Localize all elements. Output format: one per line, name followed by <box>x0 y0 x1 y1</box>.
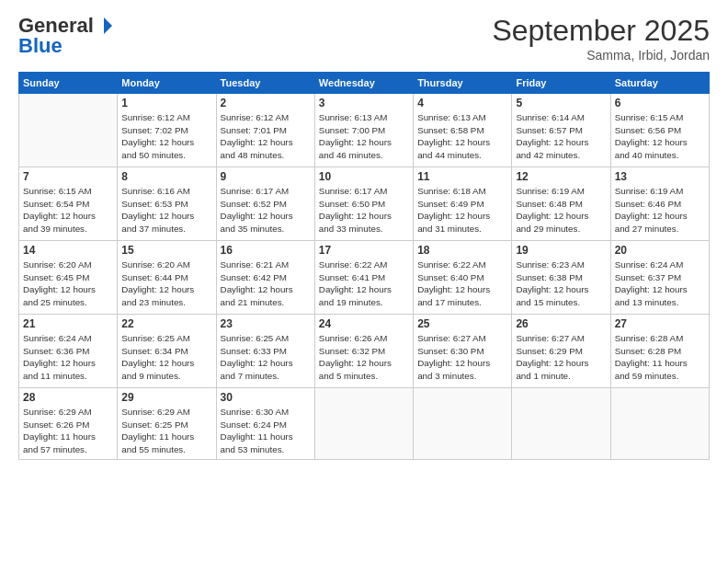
calendar-cell: 20Sunrise: 6:24 AM Sunset: 6:37 PM Dayli… <box>610 241 709 315</box>
day-number: 4 <box>417 97 507 109</box>
calendar-cell: 13Sunrise: 6:19 AM Sunset: 6:46 PM Dayli… <box>610 167 709 241</box>
day-info: Sunrise: 6:24 AM Sunset: 6:37 PM Dayligh… <box>615 259 705 309</box>
day-info: Sunrise: 6:20 AM Sunset: 6:45 PM Dayligh… <box>23 259 113 309</box>
calendar-cell: 25Sunrise: 6:27 AM Sunset: 6:30 PM Dayli… <box>414 315 512 388</box>
day-number: 8 <box>121 170 211 183</box>
calendar-cell: 29Sunrise: 6:29 AM Sunset: 6:25 PM Dayli… <box>118 388 216 460</box>
day-number: 23 <box>221 317 311 330</box>
calendar-cell: 30Sunrise: 6:30 AM Sunset: 6:24 PM Dayli… <box>216 388 314 460</box>
calendar-week-row-5: 28Sunrise: 6:29 AM Sunset: 6:26 PM Dayli… <box>19 388 710 460</box>
month-title: September 2025 <box>492 14 710 48</box>
day-info: Sunrise: 6:15 AM Sunset: 6:56 PM Dayligh… <box>615 111 705 162</box>
day-number: 27 <box>615 317 705 330</box>
day-number: 18 <box>417 244 507 257</box>
calendar-week-row-2: 7Sunrise: 6:15 AM Sunset: 6:54 PM Daylig… <box>19 167 710 241</box>
calendar-cell: 6Sunrise: 6:15 AM Sunset: 6:56 PM Daylig… <box>610 94 709 167</box>
day-number: 29 <box>121 391 211 404</box>
col-monday: Monday <box>118 73 216 94</box>
day-info: Sunrise: 6:22 AM Sunset: 6:40 PM Dayligh… <box>417 259 507 309</box>
calendar-cell: 14Sunrise: 6:20 AM Sunset: 6:45 PM Dayli… <box>19 241 118 315</box>
day-number: 1 <box>121 97 211 109</box>
day-number: 20 <box>615 244 705 257</box>
day-number: 16 <box>221 244 311 257</box>
calendar-cell <box>610 388 709 460</box>
day-info: Sunrise: 6:17 AM Sunset: 6:52 PM Dayligh… <box>221 185 311 236</box>
calendar-week-row-1: 1Sunrise: 6:12 AM Sunset: 7:02 PM Daylig… <box>19 94 710 167</box>
calendar-cell <box>19 94 118 167</box>
logo-blue-text: Blue <box>18 34 63 58</box>
calendar-cell: 18Sunrise: 6:22 AM Sunset: 6:40 PM Dayli… <box>414 241 512 315</box>
title-section: September 2025 Samma, Irbid, Jordan <box>492 14 710 63</box>
calendar-cell: 1Sunrise: 6:12 AM Sunset: 7:02 PM Daylig… <box>118 94 216 167</box>
col-saturday: Saturday <box>610 73 709 94</box>
day-number: 3 <box>319 97 409 109</box>
day-info: Sunrise: 6:26 AM Sunset: 6:32 PM Dayligh… <box>319 332 409 383</box>
day-number: 10 <box>319 170 409 183</box>
day-info: Sunrise: 6:16 AM Sunset: 6:53 PM Dayligh… <box>121 185 211 236</box>
day-number: 21 <box>23 317 113 330</box>
day-info: Sunrise: 6:17 AM Sunset: 6:50 PM Dayligh… <box>319 185 409 236</box>
day-info: Sunrise: 6:21 AM Sunset: 6:42 PM Dayligh… <box>221 259 311 309</box>
day-number: 19 <box>516 244 606 257</box>
day-info: Sunrise: 6:13 AM Sunset: 7:00 PM Dayligh… <box>319 111 409 162</box>
calendar-cell: 22Sunrise: 6:25 AM Sunset: 6:34 PM Dayli… <box>118 315 216 388</box>
calendar-cell: 11Sunrise: 6:18 AM Sunset: 6:49 PM Dayli… <box>414 167 512 241</box>
calendar-cell: 19Sunrise: 6:23 AM Sunset: 6:38 PM Dayli… <box>512 241 610 315</box>
col-wednesday: Wednesday <box>314 73 413 94</box>
day-number: 30 <box>221 391 311 404</box>
day-info: Sunrise: 6:12 AM Sunset: 7:01 PM Dayligh… <box>221 111 311 162</box>
calendar-cell: 16Sunrise: 6:21 AM Sunset: 6:42 PM Dayli… <box>216 241 314 315</box>
day-info: Sunrise: 6:13 AM Sunset: 6:58 PM Dayligh… <box>417 111 507 162</box>
calendar-cell: 21Sunrise: 6:24 AM Sunset: 6:36 PM Dayli… <box>19 315 118 388</box>
calendar-cell: 15Sunrise: 6:20 AM Sunset: 6:44 PM Dayli… <box>118 241 216 315</box>
day-info: Sunrise: 6:18 AM Sunset: 6:49 PM Dayligh… <box>417 185 507 236</box>
day-number: 24 <box>319 317 409 330</box>
day-number: 22 <box>121 317 211 330</box>
calendar-cell: 7Sunrise: 6:15 AM Sunset: 6:54 PM Daylig… <box>19 167 118 241</box>
day-number: 13 <box>615 170 705 183</box>
col-thursday: Thursday <box>414 73 512 94</box>
day-info: Sunrise: 6:27 AM Sunset: 6:29 PM Dayligh… <box>516 332 606 383</box>
day-info: Sunrise: 6:15 AM Sunset: 6:54 PM Dayligh… <box>23 185 113 236</box>
day-number: 7 <box>23 170 113 183</box>
day-number: 17 <box>319 244 409 257</box>
logo-flag-icon <box>96 17 112 34</box>
day-info: Sunrise: 6:19 AM Sunset: 6:46 PM Dayligh… <box>615 185 705 236</box>
calendar-cell: 27Sunrise: 6:28 AM Sunset: 6:28 PM Dayli… <box>610 315 709 388</box>
calendar-cell <box>512 388 610 460</box>
calendar-cell: 12Sunrise: 6:19 AM Sunset: 6:48 PM Dayli… <box>512 167 610 241</box>
calendar-cell <box>314 388 413 460</box>
calendar-week-row-4: 21Sunrise: 6:24 AM Sunset: 6:36 PM Dayli… <box>19 315 710 388</box>
day-number: 2 <box>221 97 311 109</box>
day-number: 12 <box>516 170 606 183</box>
day-info: Sunrise: 6:19 AM Sunset: 6:48 PM Dayligh… <box>516 185 606 236</box>
day-info: Sunrise: 6:27 AM Sunset: 6:30 PM Dayligh… <box>417 332 507 383</box>
calendar-table: Sunday Monday Tuesday Wednesday Thursday… <box>18 72 710 460</box>
day-info: Sunrise: 6:28 AM Sunset: 6:28 PM Dayligh… <box>615 332 705 383</box>
day-info: Sunrise: 6:20 AM Sunset: 6:44 PM Dayligh… <box>121 259 211 309</box>
day-info: Sunrise: 6:25 AM Sunset: 6:33 PM Dayligh… <box>221 332 311 383</box>
day-number: 5 <box>516 97 606 109</box>
calendar-cell: 8Sunrise: 6:16 AM Sunset: 6:53 PM Daylig… <box>118 167 216 241</box>
day-info: Sunrise: 6:22 AM Sunset: 6:41 PM Dayligh… <box>319 259 409 309</box>
day-number: 6 <box>615 97 705 109</box>
calendar-cell: 2Sunrise: 6:12 AM Sunset: 7:01 PM Daylig… <box>216 94 314 167</box>
calendar-cell: 17Sunrise: 6:22 AM Sunset: 6:41 PM Dayli… <box>314 241 413 315</box>
calendar-cell: 10Sunrise: 6:17 AM Sunset: 6:50 PM Dayli… <box>314 167 413 241</box>
calendar-cell: 5Sunrise: 6:14 AM Sunset: 6:57 PM Daylig… <box>512 94 610 167</box>
calendar-week-row-3: 14Sunrise: 6:20 AM Sunset: 6:45 PM Dayli… <box>19 241 710 315</box>
calendar-cell: 26Sunrise: 6:27 AM Sunset: 6:29 PM Dayli… <box>512 315 610 388</box>
day-number: 9 <box>221 170 311 183</box>
day-number: 11 <box>417 170 507 183</box>
day-info: Sunrise: 6:14 AM Sunset: 6:57 PM Dayligh… <box>516 111 606 162</box>
calendar-cell: 24Sunrise: 6:26 AM Sunset: 6:32 PM Dayli… <box>314 315 413 388</box>
day-number: 26 <box>516 317 606 330</box>
day-number: 25 <box>417 317 507 330</box>
calendar-cell <box>414 388 512 460</box>
svg-marker-0 <box>104 17 112 34</box>
day-info: Sunrise: 6:29 AM Sunset: 6:25 PM Dayligh… <box>121 406 211 456</box>
page: General Blue September 2025 Samma, Irbid… <box>0 0 728 563</box>
calendar-cell: 28Sunrise: 6:29 AM Sunset: 6:26 PM Dayli… <box>19 388 118 460</box>
col-friday: Friday <box>512 73 610 94</box>
day-number: 14 <box>23 244 113 257</box>
